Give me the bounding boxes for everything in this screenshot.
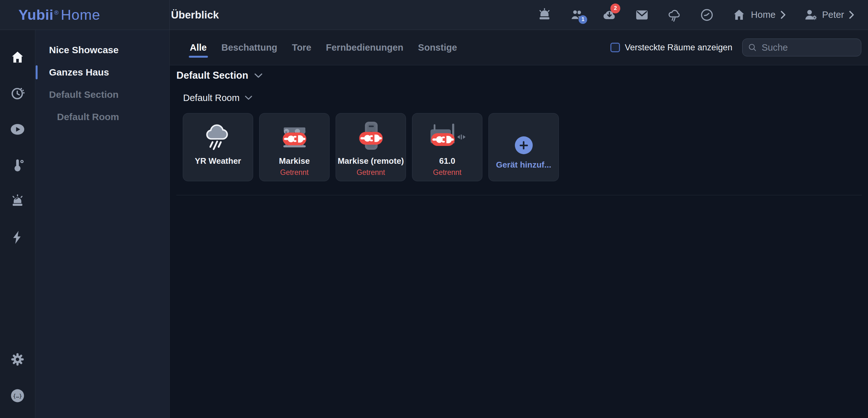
breadcrumb-home-label: Home [751, 9, 775, 20]
clock-icon[interactable] [700, 8, 714, 22]
search-box[interactable] [742, 38, 861, 56]
device-card-61-0[interactable]: 61.0 Getrennt [412, 113, 483, 181]
breadcrumb-user[interactable]: Peter [803, 8, 854, 22]
siren-icon[interactable] [537, 8, 552, 22]
tab-beschattung[interactable]: Beschattung [221, 30, 277, 65]
weather-icon[interactable] [667, 8, 682, 22]
chevron-right-icon [849, 10, 854, 19]
sidebar-item-default-section[interactable]: Default Section [35, 84, 169, 106]
users-badge: 1 [579, 15, 587, 24]
add-device-label: Gerät hinzuf... [496, 160, 551, 170]
section-label: Default Section [177, 70, 248, 81]
tab-tore[interactable]: Tore [292, 30, 311, 65]
rail-item-media[interactable] [10, 122, 25, 137]
sidebar-item-label: Nice Showcase [49, 44, 119, 55]
disconnected-plug-icon [359, 132, 383, 145]
brand-trademark: ® [54, 9, 59, 16]
sidebar-item-label: Ganzes Haus [49, 67, 109, 78]
header-divider [169, 0, 170, 30]
sidebar-item-ganzes-haus[interactable]: Ganzes Haus [35, 61, 169, 84]
cloud-download-icon[interactable]: 2 [602, 8, 617, 22]
add-device-card[interactable]: Gerät hinzuf... [489, 113, 559, 181]
rail-item-energy[interactable] [10, 230, 25, 245]
brand-bold: Yubii [19, 7, 54, 23]
main-area: Alle Beschattung Tore Fernbedienungen So… [170, 30, 868, 418]
room-sidebar: Nice Showcase Ganzes Haus Default Sectio… [35, 30, 170, 418]
room-header[interactable]: Default Room [183, 92, 862, 103]
brand-light: Home [61, 7, 100, 23]
device-card-yr-weather[interactable]: YR Weather [183, 113, 253, 181]
updates-badge: 2 [611, 3, 620, 13]
content-divider [177, 195, 862, 195]
section-header[interactable]: Default Section [177, 70, 862, 81]
rail-item-climate[interactable] [10, 158, 25, 173]
device-card-markise-remote[interactable]: Markise (remote) Getrennt [336, 113, 406, 181]
tab-bar: Alle Beschattung Tore Fernbedienungen So… [170, 30, 868, 65]
breadcrumb-user-label: Peter [822, 9, 844, 20]
sidebar-item-nice-showcase[interactable]: Nice Showcase [35, 39, 169, 61]
device-name: Markise (remote) [338, 156, 404, 166]
device-status: Getrennt [433, 168, 462, 177]
devices-content: Default Section Default Room YR Weather [170, 65, 868, 195]
device-name: 61.0 [439, 156, 455, 166]
page-title: Überblick [171, 9, 219, 21]
gateway-icon [427, 120, 468, 154]
sidebar-item-label: Default Section [49, 89, 119, 100]
weather-cloud-rain-icon [197, 120, 239, 154]
rail-top-group [0, 50, 35, 245]
category-tabs: Alle Beschattung Tore Fernbedienungen So… [190, 30, 457, 65]
hidden-rooms-toggle[interactable]: Versteckte Räume anzeigen [611, 43, 732, 53]
tab-bar-controls: Versteckte Räume anzeigen [611, 38, 861, 56]
top-bar: Yubii®Home Überblick 1 2 [0, 0, 868, 30]
device-status: Getrennt [356, 168, 385, 177]
users-icon[interactable]: 1 [570, 8, 584, 22]
hidden-rooms-label: Versteckte Räume anzeigen [625, 43, 732, 53]
brand-logo[interactable]: Yubii®Home [0, 7, 170, 23]
device-name: Markise [279, 156, 310, 166]
remote-control-icon [350, 120, 392, 154]
chevron-down-icon [254, 73, 262, 78]
add-plus-icon [515, 137, 533, 154]
icon-rail: {…} [0, 30, 35, 418]
sidebar-item-label: Default Room [57, 112, 119, 122]
rail-item-developer[interactable]: {…} [10, 388, 25, 404]
awning-icon [274, 120, 315, 154]
search-input[interactable] [761, 42, 856, 53]
search-icon [748, 43, 757, 52]
yubii-home-app: Yubii®Home Überblick 1 2 [0, 0, 868, 418]
disconnected-plug-icon [283, 132, 306, 145]
mail-icon[interactable] [634, 8, 649, 22]
svg-text:{…}: {…} [13, 393, 22, 399]
rail-item-scenes[interactable] [10, 86, 25, 101]
rail-bottom-group: {…} [0, 352, 35, 404]
rail-item-home[interactable] [10, 50, 25, 65]
device-card-markise[interactable]: Markise Getrennt [259, 113, 330, 181]
top-bar-actions: 1 2 Home [537, 8, 868, 22]
user-gear-icon [803, 8, 817, 22]
tab-fernbedienungen[interactable]: Fernbedienungen [326, 30, 403, 65]
device-status: Getrennt [280, 168, 309, 177]
hidden-rooms-checkbox[interactable] [611, 43, 620, 52]
breadcrumb-home[interactable]: Home [732, 8, 785, 22]
room-label: Default Room [183, 93, 240, 103]
rail-item-settings[interactable] [10, 352, 25, 367]
sidebar-item-default-room[interactable]: Default Room [35, 106, 169, 128]
home-icon [732, 8, 746, 22]
device-cards: YR Weather Markise Getrennt [183, 113, 862, 181]
chevron-right-icon [780, 10, 785, 19]
rail-item-alarm[interactable] [10, 194, 25, 209]
chevron-down-icon [245, 96, 252, 100]
device-name: YR Weather [195, 156, 241, 166]
tab-sonstige[interactable]: Sonstige [418, 30, 457, 65]
disconnected-plug-icon [431, 133, 455, 146]
tab-alle[interactable]: Alle [190, 30, 207, 65]
